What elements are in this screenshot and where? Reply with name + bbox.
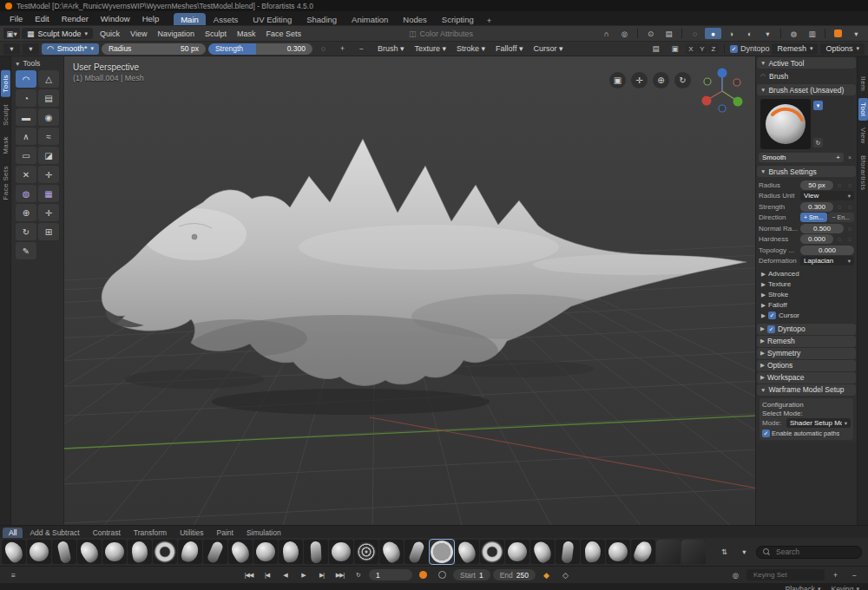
menu-edit[interactable]: Edit	[29, 13, 55, 24]
panel-symmetry[interactable]: ▶Symmetry	[757, 348, 856, 359]
active-brush-dropdown[interactable]: ◠ Smooth* ▾	[42, 43, 99, 55]
tool-annotate[interactable]: ✎	[16, 242, 36, 259]
brush-preview[interactable]	[760, 99, 811, 149]
mirror-axis-y[interactable]: Y	[697, 43, 707, 54]
setting-slider-strength[interactable]: 0.300	[800, 202, 833, 212]
brush-asset-panel-header[interactable]: ▼ Brush Asset (Unsaved)	[757, 84, 856, 95]
brush-thumbnail[interactable]	[354, 540, 378, 564]
cursor-checkbox[interactable]: ✓	[768, 311, 776, 319]
sculpt-mesh[interactable]	[102, 139, 746, 388]
extra-icon[interactable]: ◌	[845, 235, 854, 244]
mode-menu-navigation[interactable]: Navigation	[152, 29, 200, 39]
brush-thumbnail[interactable]	[656, 540, 681, 564]
delete-keyframe-icon[interactable]: ◇	[557, 569, 574, 580]
brush-thumbnail[interactable]	[530, 540, 555, 564]
tool-settings-menu-falloff[interactable]: Falloff ▾	[490, 43, 528, 54]
shading-wireframe-icon[interactable]: ◌	[687, 28, 703, 39]
shading-dropdown-icon[interactable]: ▾	[760, 28, 776, 39]
brush-thumbnail[interactable]	[178, 540, 202, 564]
shading-solid-icon[interactable]: ●	[705, 28, 721, 39]
menu-render[interactable]: Render	[56, 13, 95, 24]
menu-window[interactable]: Window	[95, 13, 136, 24]
mode-dropdown[interactable]: ▦ Sculpt Mode ▾	[22, 28, 93, 39]
shelf-tab-contrast[interactable]: Contrast	[87, 528, 127, 538]
brush-thumbnail[interactable]	[279, 540, 303, 564]
tool-grab[interactable]: ✛	[38, 166, 59, 183]
brush-thumbnail[interactable]	[253, 540, 278, 564]
tool-move[interactable]: ✛	[38, 204, 59, 221]
subpanel-cursor[interactable]: ▶✓Cursor	[759, 311, 854, 321]
brush-thumbnail[interactable]	[329, 540, 353, 564]
tool-draw-face-sets[interactable]: ▦	[38, 185, 59, 202]
gizmos-toggle-icon[interactable]: ▤	[661, 28, 677, 39]
move-view-button[interactable]: ✛	[631, 72, 648, 88]
add-brush-icon[interactable]: +	[836, 154, 840, 161]
keying-set-icon[interactable]: ◎	[727, 569, 744, 580]
mode-menu-view[interactable]: View	[125, 29, 152, 39]
brush-thumbnail[interactable]	[203, 540, 227, 564]
next-frame-button[interactable]: ▶|	[313, 569, 330, 580]
axis-gizmo[interactable]	[696, 65, 748, 114]
tool-draw-sharp[interactable]: △	[38, 70, 59, 88]
shelf-tab-simulation[interactable]: Simulation	[240, 528, 287, 538]
options-dropdown[interactable]: Options ▾	[820, 43, 865, 55]
shading-material-icon[interactable]: ◑	[723, 28, 740, 39]
setting-dropdown-deformation[interactable]: Laplacian▾	[800, 256, 854, 266]
shading-rendered-icon[interactable]: ◐	[741, 28, 758, 39]
brush-thumbnail[interactable]	[102, 540, 127, 564]
brush-thumbnail[interactable]	[304, 540, 328, 564]
panel-remesh[interactable]: ▶Remesh	[757, 336, 856, 347]
brush-thumbnail[interactable]	[128, 540, 152, 564]
brush-thumbnail[interactable]	[77, 540, 102, 564]
remove-keying-icon[interactable]: −	[846, 569, 863, 580]
extra-icon[interactable]: ◌	[835, 235, 844, 244]
active-tool-panel-header[interactable]: ▼ Active Tool	[757, 57, 856, 69]
mirror-axis-z[interactable]: Z	[708, 43, 719, 54]
brush-thumbnail[interactable]	[153, 540, 177, 564]
render-swatch-icon[interactable]	[830, 28, 846, 39]
setting-slider-hardness[interactable]: 0.000	[800, 234, 833, 244]
brush-thumbnail[interactable]	[505, 540, 529, 564]
auto-keying-button[interactable]	[415, 569, 431, 580]
tool-scrape[interactable]: ◪	[38, 147, 59, 164]
keying-menu[interactable]: Keying ▾	[831, 585, 859, 590]
brush-thumbnail[interactable]	[404, 540, 429, 564]
panel-dyntopo[interactable]: ▶✓Dyntopo	[757, 324, 856, 335]
brush-thumbnail[interactable]	[27, 540, 51, 564]
extra-icon[interactable]: ◌	[845, 180, 854, 189]
brush-thumbnail[interactable]	[228, 540, 253, 564]
brush-thumbnail[interactable]	[581, 540, 605, 564]
tool-inflate[interactable]: ◉	[38, 108, 59, 126]
camera-view-button[interactable]: ▣	[609, 72, 626, 88]
mirror-axis-x[interactable]: X	[686, 43, 696, 54]
workspace-tab-uv-editing[interactable]: UV Editing	[246, 13, 299, 25]
shelf-tab-all[interactable]: All	[3, 528, 23, 538]
brush-thumbnail[interactable]	[480, 540, 504, 564]
brush-thumbnail[interactable]	[455, 540, 479, 564]
subpanel-falloff[interactable]: ▶Falloff	[759, 300, 854, 311]
tool-settings-menu-brush[interactable]: Brush ▾	[372, 43, 410, 54]
tool-smooth[interactable]: ≈	[38, 128, 59, 145]
brush-thumbnail[interactable]	[606, 540, 630, 564]
workspace-tab-shading[interactable]: Shading	[299, 13, 344, 25]
color-attributes-button[interactable]: ◫ Color Attributes	[404, 29, 478, 39]
timeline-menu-icon[interactable]: ≡	[5, 569, 22, 580]
workspace-tab-animation[interactable]: Animation	[345, 13, 395, 25]
tool-draw[interactable]: ◠	[16, 70, 36, 88]
shader-setup-mode-dropdown[interactable]: Shader Setup Mode ▾	[786, 418, 851, 428]
setting-dropdown-radius-unit[interactable]: View▾	[800, 191, 854, 200]
auto-paths-checkbox[interactable]: ✓	[762, 429, 770, 437]
toolbar-tab-face-sets[interactable]: Face Sets	[1, 161, 10, 205]
brush-thumbnail[interactable]	[681, 540, 706, 564]
keying-ring-button[interactable]	[434, 569, 450, 580]
brush-thumbnail[interactable]	[2, 540, 26, 564]
extra-icon[interactable]: ◌	[845, 202, 854, 211]
menu-help[interactable]: Help	[136, 13, 166, 24]
mode-menu-sculpt[interactable]: Sculpt	[200, 29, 232, 39]
warframe-panel-header[interactable]: ▼ Warframe Model Setup	[757, 384, 856, 396]
xray-icon[interactable]: ▥	[804, 28, 820, 39]
direction-option-en[interactable]: − En...	[828, 213, 855, 222]
tool-clay-strips[interactable]: ▤	[38, 89, 59, 107]
setting-slider-normal-ra[interactable]: 0.500	[800, 224, 844, 233]
mode-menu-mask[interactable]: Mask	[232, 29, 261, 39]
